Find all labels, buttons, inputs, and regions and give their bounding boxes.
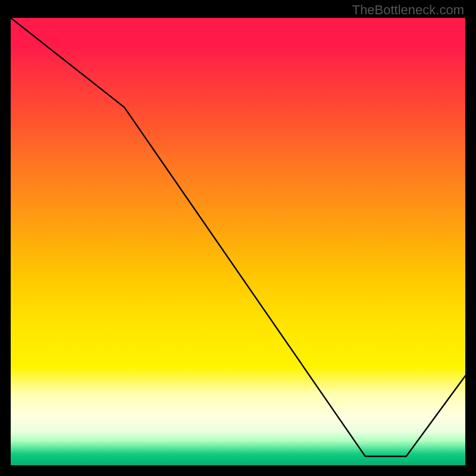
plot-area <box>11 18 465 465</box>
data-line <box>11 18 465 456</box>
chart-container: TheBottleneck.com <box>0 0 476 476</box>
line-chart-svg <box>11 18 465 465</box>
watermark-text: TheBottleneck.com <box>352 2 464 18</box>
